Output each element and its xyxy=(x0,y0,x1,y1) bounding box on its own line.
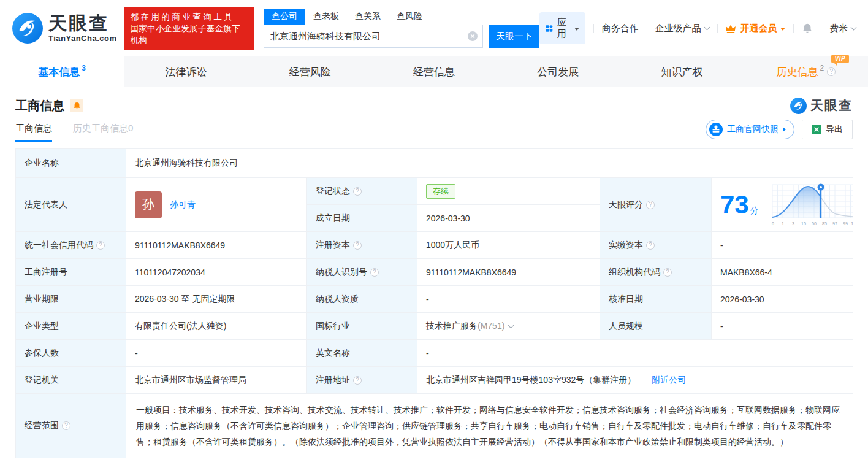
business-term-value: 2026-03-30 至 无固定期限 xyxy=(135,294,235,304)
crown-icon xyxy=(725,24,736,33)
field-label: 注册资本 xyxy=(316,240,350,251)
help-icon[interactable]: ? xyxy=(827,67,836,76)
org-code-value: MAKB8X66-4 xyxy=(720,267,772,277)
help-icon[interactable]: ? xyxy=(353,376,362,385)
tab-basic-info[interactable]: 基本信息 3 xyxy=(0,56,124,87)
tab-legal-proceedings[interactable]: 法律诉讼 xyxy=(124,56,248,87)
subtab-row: 工商信息 历史工商信息0 工商官网快照 导出 xyxy=(0,114,868,142)
clear-icon[interactable] xyxy=(468,31,478,41)
tab-history-info[interactable]: VIP 历史信息 2 ? xyxy=(744,56,868,87)
export-button[interactable]: 导出 xyxy=(802,120,853,139)
business-cooperation-label: 商务合作 xyxy=(602,23,639,34)
official-snapshot-label: 工商官网快照 xyxy=(727,124,779,135)
notification-bell-icon xyxy=(802,23,813,34)
reg-authority-value: 北京市通州区市场监督管理局 xyxy=(135,375,246,385)
search-block: 查公司 查老板 查关系 查风险 天眼一下 xyxy=(264,9,539,48)
subtab-history-business-info[interactable]: 历史工商信息0 xyxy=(73,123,133,142)
watermark-logo: 天眼查 xyxy=(790,97,853,114)
vip-badge: VIP xyxy=(831,55,850,63)
search-tab-company[interactable]: 查公司 xyxy=(264,9,305,25)
brand-logo[interactable]: 天眼查 TianYanCha.com xyxy=(12,13,117,44)
svg-text:15: 15 xyxy=(801,221,806,226)
chevron-down-icon[interactable] xyxy=(508,322,514,328)
table-row: 企业名称 北京通州海骑科技有限公司 xyxy=(16,149,853,178)
staff-size-value: - xyxy=(720,321,723,331)
score-value: 73 xyxy=(720,190,749,219)
tab-operating-info[interactable]: 经营信息 xyxy=(372,56,496,87)
legal-rep-avatar[interactable]: 孙 xyxy=(135,191,162,218)
tab-operating-risk-label: 经营风险 xyxy=(289,65,331,79)
taxpayer-id-value: 91110112MAKB8X6649 xyxy=(426,267,516,277)
notifications-button[interactable] xyxy=(802,23,813,34)
field-label: 工商注册号 xyxy=(25,267,67,278)
apps-menu[interactable]: 应用 xyxy=(539,12,585,44)
company-type-value: 有限责任公司(法人独资) xyxy=(135,321,226,331)
field-label: 人员规模 xyxy=(609,321,643,332)
official-snapshot-button[interactable]: 工商官网快照 xyxy=(706,120,794,139)
search-input[interactable] xyxy=(264,25,483,48)
table-row: 参保人数 - 英文名称 - xyxy=(16,340,853,367)
legal-rep-link[interactable]: 孙可青 xyxy=(170,199,196,210)
search-tab-relation[interactable]: 查关系 xyxy=(347,9,389,25)
help-icon[interactable]: ? xyxy=(62,421,70,430)
approval-date-value: 2026-03-30 xyxy=(720,294,764,304)
user-menu[interactable]: 费米 xyxy=(829,23,856,34)
subtab-business-info[interactable]: 工商信息 xyxy=(15,123,52,142)
caret-down-icon xyxy=(574,28,579,31)
help-icon[interactable]: ? xyxy=(353,241,362,250)
username-label: 费米 xyxy=(829,23,848,34)
help-icon[interactable]: ? xyxy=(370,268,379,277)
table-row: 经营范围? 一般项目：技术服务、技术开发、技术咨询、技术交流、技术转让、技术推广… xyxy=(16,394,853,458)
field-label: 营业期限 xyxy=(25,294,59,305)
reg-capital-value: 1000万人民币 xyxy=(426,240,479,250)
export-label: 导出 xyxy=(826,124,843,135)
divider xyxy=(821,24,821,33)
field-label: 国标行业 xyxy=(316,321,350,332)
tab-operating-risk[interactable]: 经营风险 xyxy=(248,56,372,87)
bell-icon xyxy=(73,102,81,110)
field-label: 企业类型 xyxy=(25,321,59,332)
tab-intellectual-property[interactable]: 知识产权 xyxy=(620,56,744,87)
help-icon[interactable]: ? xyxy=(353,187,362,196)
svg-text:0: 0 xyxy=(772,221,774,226)
grid-icon xyxy=(546,23,553,34)
status-badge: 存续 xyxy=(426,184,455,199)
table-row: 登记机关 北京市通州区市场监督管理局 注册地址? 北京市通州区吉祥园甲19号楼1… xyxy=(16,367,853,394)
help-icon[interactable]: ? xyxy=(96,241,105,250)
score-unit: 分 xyxy=(750,206,759,215)
monitor-bell-button[interactable] xyxy=(70,99,83,112)
section-title: 工商信息 xyxy=(15,98,64,114)
industry-value[interactable]: 技术推广服务 xyxy=(426,321,478,331)
table-row: 工商注册号 110112047202034 纳税人识别号? 91110112MA… xyxy=(16,259,853,286)
svg-text:85: 85 xyxy=(822,221,827,226)
search-tab-risk[interactable]: 查风险 xyxy=(389,9,430,25)
field-label: 登记机关 xyxy=(25,375,59,386)
field-label: 统一社会信用代码 xyxy=(25,240,93,251)
divider xyxy=(593,24,594,33)
caret-down-icon xyxy=(780,28,785,31)
search-button[interactable]: 天眼一下 xyxy=(489,25,539,48)
field-label: 天眼评分 xyxy=(609,199,643,210)
tianyan-score[interactable]: 73分 xyxy=(720,182,844,228)
divider xyxy=(717,24,718,33)
open-vip-button[interactable]: 开通会员 xyxy=(725,23,785,34)
tab-intellectual-property-label: 知识产权 xyxy=(661,65,703,79)
help-icon[interactable]: ? xyxy=(663,268,672,277)
field-label: 注册地址 xyxy=(316,375,350,386)
brand-name: 天眼查 xyxy=(48,14,117,33)
tab-history-info-count: 2 xyxy=(820,64,824,72)
nearby-companies-link[interactable]: 附近公司 xyxy=(652,375,686,385)
watermark-brand-name: 天眼查 xyxy=(810,97,853,114)
nav-business-cooperation[interactable]: 商务合作 xyxy=(602,23,639,34)
watermark-logo-icon xyxy=(790,98,807,114)
help-icon[interactable]: ? xyxy=(646,201,655,209)
table-row: 营业期限 2026-03-30 至 无固定期限 纳税人资质 - 核准日期 202… xyxy=(16,286,853,313)
section-header: 工商信息 天眼查 xyxy=(0,87,868,114)
search-tab-boss[interactable]: 查老板 xyxy=(305,9,347,25)
help-icon[interactable]: ? xyxy=(646,241,655,250)
score-distribution-chart: 0 1 3 15 50 85 97 99 100 xyxy=(771,182,853,228)
brand-logo-icon xyxy=(12,13,43,44)
field-label: 参保人数 xyxy=(25,348,59,359)
tab-company-development[interactable]: 公司发展 xyxy=(496,56,620,87)
nav-enterprise-products[interactable]: 企业级产品 xyxy=(655,23,709,34)
